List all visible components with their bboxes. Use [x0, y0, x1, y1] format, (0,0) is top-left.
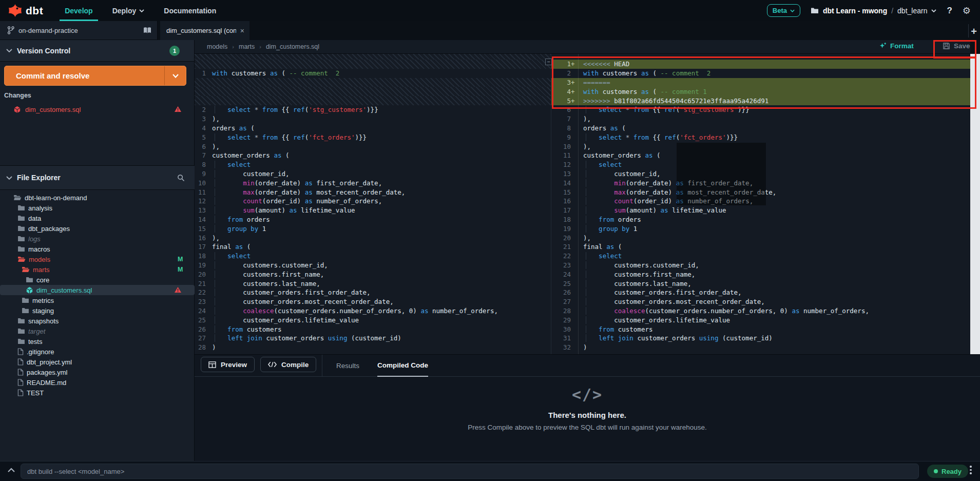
code-row[interactable]: 19 customers.customer_id, [195, 261, 551, 270]
code-row[interactable]: 2with customers as ( -- comment 2 [551, 69, 970, 78]
file-explorer-header[interactable]: File Explorer [0, 165, 195, 190]
code-row[interactable]: 1+<<<<<<< HEAD [551, 60, 970, 69]
tree-item-marts[interactable]: martsM [0, 264, 195, 275]
tree-item-readme-md[interactable]: README.md [0, 377, 195, 388]
code-row[interactable]: 21 customers.last_name, [195, 279, 551, 288]
code-row[interactable]: 22 select [551, 252, 970, 261]
nav-tab-deploy[interactable]: Deploy [112, 0, 145, 21]
code-row[interactable]: 29 customer_orders.lifetime_value [551, 315, 970, 324]
code-row[interactable]: 10 min(order_date) as first_order_date, [195, 178, 551, 187]
code-row[interactable]: 17final as ( [195, 242, 551, 252]
tree-item-logs[interactable]: logs [0, 234, 195, 244]
code-row[interactable]: 17 sum(amount) as lifetime_value [551, 206, 970, 215]
nav-tab-develop[interactable]: Develop [65, 0, 92, 21]
code-row[interactable]: 30 from customers [551, 324, 970, 334]
code-row[interactable]: 23 customers.customer_id, [551, 261, 970, 270]
code-row[interactable]: 4+with customers as ( -- comment 1 [551, 87, 970, 96]
code-row[interactable]: 7), [551, 114, 970, 124]
code-row[interactable]: 26 customer_orders.first_order_date, [551, 288, 970, 297]
code-row[interactable]: 3), [195, 114, 551, 124]
code-row[interactable]: 3+======= [551, 78, 970, 87]
tree-item-tests[interactable]: tests [0, 336, 195, 347]
code-row[interactable]: 8orders as ( [551, 124, 970, 133]
tab-results[interactable]: Results [336, 355, 359, 377]
code-row[interactable]: 18 from orders [551, 215, 970, 224]
code-row[interactable]: 8 select [195, 160, 551, 169]
code-row[interactable]: 1with customers as ( -- comment 2 [195, 69, 551, 78]
tree-item-models[interactable]: modelsM [0, 254, 195, 264]
compile-button[interactable]: Compile [260, 357, 316, 372]
diff-pane-current[interactable]: 1with customers as ( -- comment 22 selec… [195, 54, 551, 354]
preview-button[interactable]: Preview [201, 357, 255, 372]
code-row[interactable]: 9 customer_id, [195, 169, 551, 179]
code-row[interactable]: 25 customer_orders.lifetime_value [195, 315, 551, 324]
format-button[interactable]: Format [879, 42, 914, 50]
branch-name[interactable]: on-demand-practice [18, 27, 78, 34]
tree-item-dbt-learn-on-demand[interactable]: dbt-learn-on-demand [0, 193, 195, 203]
code-row[interactable]: 4orders as ( [195, 124, 551, 133]
tree-item--gitignore[interactable]: .gitignore [0, 347, 195, 357]
nav-tab-documentation[interactable]: Documentation [164, 0, 216, 21]
code-row[interactable]: 20), [551, 233, 970, 242]
code-row[interactable]: 31 left join customer_orders using (cust… [551, 334, 970, 343]
editor-scrollbar[interactable] [970, 54, 980, 354]
breadcrumb-file[interactable]: dim_customers.sql [266, 43, 319, 50]
code-row[interactable]: 22 customer_orders.first_order_date, [195, 288, 551, 297]
code-row[interactable]: 5+>>>>>>> b81f802a66fd544504c65721e3ffaa… [551, 96, 970, 105]
tree-item-packages-yml[interactable]: packages.yml [0, 367, 195, 377]
tree-item-dbt-project-yml[interactable]: dbt_project.yml [0, 357, 195, 367]
breadcrumb-marts[interactable]: marts [239, 43, 255, 50]
save-button[interactable]: Save [943, 42, 970, 50]
commit-and-resolve-button[interactable]: Commit and resolve [4, 66, 186, 86]
diff-editor[interactable]: 1with customers as ( -- comment 22 selec… [195, 54, 970, 354]
code-row[interactable]: 28 coalesce(customer_orders.number_of_or… [551, 306, 970, 316]
tree-item-analysis[interactable]: analysis [0, 203, 195, 213]
tree-item-metrics[interactable]: metrics [0, 295, 195, 305]
changed-file-row[interactable]: dim_customers.sql [0, 104, 195, 115]
code-row[interactable]: 19 group by 1 [551, 224, 970, 233]
code-row[interactable]: 2 select * from {{ ref('stg_customers')}… [195, 105, 551, 114]
code-row[interactable]: 24 customers.first_name, [551, 270, 970, 279]
code-row[interactable]: 23 customer_orders.most_recent_order_dat… [195, 297, 551, 306]
code-row[interactable]: 24 coalesce(customer_orders.number_of_or… [195, 306, 551, 316]
tree-item-dbt-packages[interactable]: dbt_packages [0, 223, 195, 234]
code-row[interactable]: 28) [195, 343, 551, 352]
tree-item-target[interactable]: target [0, 326, 195, 336]
code-row[interactable]: 14 from orders [195, 215, 551, 224]
tab-compiled-code[interactable]: Compiled Code [377, 355, 428, 377]
code-row[interactable]: 16), [195, 233, 551, 242]
fold-marker[interactable]: − [545, 59, 552, 65]
code-row[interactable]: 9 select * from {{ ref('fct_orders')}} [551, 132, 970, 142]
breadcrumb-models[interactable]: models [207, 43, 227, 50]
code-row[interactable]: 7customer_orders as ( [195, 151, 551, 160]
code-row[interactable]: 32) [551, 343, 970, 352]
book-icon[interactable] [143, 27, 151, 34]
tree-item-macros[interactable]: macros [0, 244, 195, 254]
tree-item-core[interactable]: core [0, 275, 195, 285]
project-selector[interactable]: dbt Learn - mwong / dbt_learn [811, 7, 937, 15]
tree-item-dim-customers-sql[interactable]: dim_customers.sql [0, 285, 195, 295]
tree-item-staging[interactable]: staging [0, 305, 195, 316]
kebab-menu-icon[interactable] [967, 466, 974, 474]
code-row[interactable]: 25 customers.last_name, [551, 279, 970, 288]
tree-item-snapshots[interactable]: snapshots [0, 316, 195, 326]
command-input[interactable] [21, 464, 919, 479]
code-row[interactable]: 11 max(order_date) as most_recent_order_… [195, 187, 551, 197]
code-row[interactable]: 15 group by 1 [195, 224, 551, 233]
search-icon[interactable] [177, 174, 185, 182]
gear-icon[interactable]: ⚙ [963, 5, 971, 16]
code-row[interactable]: 12 count(order_id) as number_of_orders, [195, 197, 551, 206]
tree-item-test[interactable]: TEST [0, 388, 195, 398]
new-tab-button[interactable]: + [971, 26, 977, 36]
help-icon[interactable]: ? [947, 6, 952, 16]
code-row[interactable]: 20 customers.first_name, [195, 270, 551, 279]
code-row[interactable]: 13 sum(amount) as lifetime_value [195, 206, 551, 215]
code-row[interactable]: 5 select * from {{ ref('fct_orders')}} [195, 132, 551, 142]
chevron-up-icon[interactable] [7, 468, 15, 473]
code-row[interactable]: 21final as ( [551, 242, 970, 252]
file-tab-dim-customers[interactable]: dim_customers.sql (confli... × [160, 21, 249, 40]
version-control-header[interactable]: Version Control 1 [0, 40, 194, 62]
code-row[interactable]: 6), [195, 142, 551, 151]
tree-item-data[interactable]: data [0, 213, 195, 223]
dbt-logo[interactable]: dbt [8, 4, 43, 17]
